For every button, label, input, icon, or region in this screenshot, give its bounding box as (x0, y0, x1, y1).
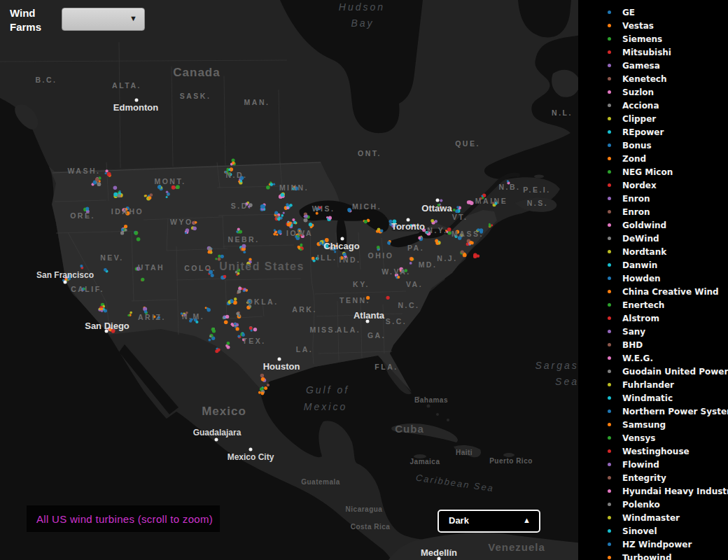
turbine-dot (318, 206, 321, 209)
turbine-dot (232, 325, 234, 327)
turbine-dot (316, 212, 318, 215)
turbine-dot (144, 310, 147, 313)
turbine-dot (246, 262, 250, 265)
basemap-style-value: Dark (449, 515, 469, 526)
legend-color-dot (608, 37, 611, 41)
legend-item: Flowind (578, 458, 728, 471)
turbine-dot (377, 248, 379, 251)
legend-color-dot (608, 356, 611, 360)
turbine-dot (141, 278, 144, 281)
turbine-dot (293, 221, 296, 224)
turbine-dot (309, 223, 312, 226)
turbine-dot (273, 183, 275, 186)
turbine-dot (235, 271, 238, 274)
turbine-dot (215, 349, 218, 353)
legend-color-dot (608, 276, 611, 280)
turbine-dot (190, 318, 193, 321)
turbine-dot (479, 230, 483, 234)
turbine-dot (134, 231, 139, 235)
turbine-dot (106, 169, 108, 172)
turbine-dot (418, 237, 421, 239)
turbine-dot (394, 225, 396, 227)
turbine-dot (340, 256, 344, 260)
turbine-dot (283, 212, 285, 214)
legend-item: Vensys (578, 431, 728, 444)
turbine-dot (448, 231, 451, 234)
legend-color-dot (608, 144, 611, 147)
legend-item: Fuhrlander (578, 378, 728, 391)
turbine-dot (237, 290, 241, 293)
page-title: Wind Farms (10, 6, 53, 34)
turbine-dot (185, 232, 187, 234)
legend-item-label: Enertech (622, 300, 664, 310)
turbine-dot (97, 182, 102, 186)
turbine-dot (236, 327, 239, 330)
turbine-dot (208, 247, 211, 251)
basemap-style-select[interactable]: Dark ▲ (438, 510, 540, 533)
turbine-dot (237, 335, 240, 338)
turbine-dot (274, 211, 278, 215)
turbine-dot (195, 321, 198, 323)
turbine-dot (348, 209, 351, 212)
turbine-dot (463, 253, 467, 258)
turbine-dot (241, 244, 246, 248)
turbine-dot (232, 162, 234, 164)
chevron-up-icon: ▲ (523, 516, 531, 524)
turbine-dot (334, 251, 336, 253)
turbine-dot (245, 202, 248, 205)
legend-color-dot (608, 516, 611, 519)
legend-item: Enron (578, 192, 728, 205)
turbine-dot (246, 302, 248, 304)
legend-item: Suzlon (578, 85, 728, 99)
basemap (0, 0, 582, 560)
wind-farm-select[interactable]: ▼ (62, 8, 145, 31)
manufacturer-legend: GEVestasSiemensMitsubishiGamesaKenetechS… (578, 0, 728, 560)
legend-item-label: REpower (622, 127, 664, 137)
turbine-dot (117, 194, 120, 197)
legend-item-label: GE (622, 8, 635, 18)
legend-item: Westinghouse (578, 444, 728, 458)
legend-item-label: Guodain United Power (622, 367, 728, 377)
turbine-dot (324, 245, 326, 247)
legend-item: Windmaster (578, 511, 728, 524)
legend-item: NEG Micon (578, 165, 728, 178)
legend-color-dot (608, 197, 611, 200)
legend-item-label: Howden (622, 274, 661, 284)
turbine-dot (435, 239, 438, 243)
map-canvas[interactable]: CanadaUnited StatesMexicoCubaVenezuelaB.… (0, 0, 582, 560)
turbine-dot (447, 227, 451, 232)
turbine-dot (206, 269, 209, 271)
legend-item-label: Suzlon (622, 88, 654, 97)
legend-item-label: DeWind (622, 234, 659, 244)
turbine-dot (104, 268, 107, 272)
turbine-dot (387, 241, 391, 245)
turbine-dot (239, 230, 242, 233)
turbine-dot (264, 386, 267, 390)
turbine-dot (328, 216, 332, 220)
legend-item-label: Sany (622, 327, 645, 337)
turbine-dot (260, 374, 264, 377)
turbine-dot (238, 315, 240, 317)
legend-item-label: Zond (622, 154, 646, 164)
turbine-dot (186, 312, 188, 314)
turbine-dot (366, 296, 370, 300)
turbine-dot (399, 267, 403, 272)
legend-item: REpower (578, 125, 728, 139)
turbine-dot (298, 230, 301, 232)
legend-item: Sinovel (578, 524, 728, 538)
turbine-dot (479, 197, 482, 200)
legend-item-label: Alstrom (622, 314, 659, 323)
legend-item: Alstrom (578, 312, 728, 325)
turbine-dot (456, 230, 459, 234)
turbine-dot (276, 234, 278, 236)
turbine-dot (494, 202, 498, 205)
turbine-dot (195, 221, 197, 223)
turbine-dot (148, 196, 152, 200)
legend-color-dot (608, 316, 611, 320)
turbine-dot (481, 195, 483, 197)
turbine-dot (227, 342, 230, 344)
turbine-dot (113, 186, 118, 190)
legend-item: Turbowind (578, 551, 728, 560)
turbine-dot (105, 172, 107, 174)
turbine-dot (136, 267, 141, 271)
